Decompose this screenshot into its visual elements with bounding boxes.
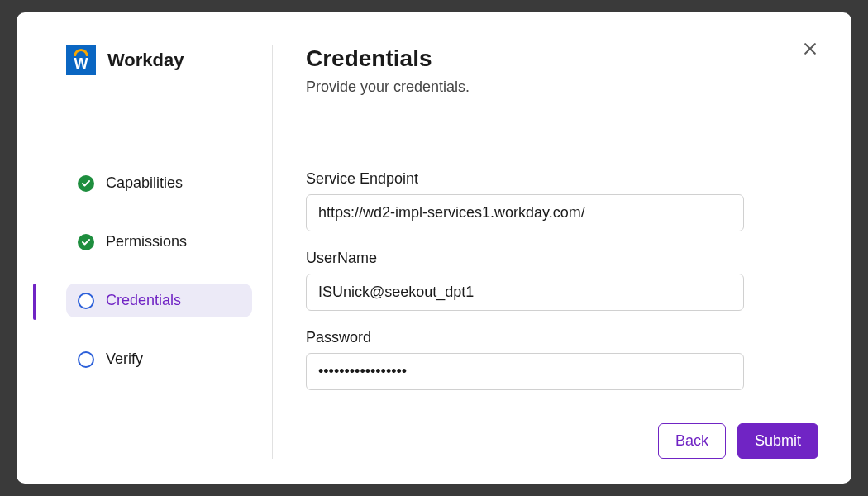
step-label: Capabilities	[106, 174, 183, 192]
username-input[interactable]	[306, 274, 744, 311]
password-label: Password	[306, 329, 818, 346]
password-group: Password	[306, 329, 818, 390]
modal-backdrop: W Workday Capabilities	[0, 0, 868, 496]
active-step-indicator	[33, 284, 36, 320]
check-circle-icon	[78, 175, 94, 192]
credentials-modal: W Workday Capabilities	[17, 12, 851, 484]
submit-button[interactable]: Submit	[737, 423, 818, 459]
service-endpoint-label: Service Endpoint	[306, 170, 818, 188]
page-title: Credentials	[306, 45, 818, 72]
brand-name: Workday	[107, 50, 184, 71]
check-circle-icon	[78, 234, 94, 250]
close-icon	[802, 41, 818, 57]
step-label: Verify	[106, 351, 143, 368]
service-endpoint-input[interactable]	[306, 194, 744, 231]
username-label: UserName	[306, 250, 818, 267]
step-permissions[interactable]: Permissions	[66, 225, 252, 259]
brand-header: W Workday	[66, 45, 252, 75]
back-button[interactable]: Back	[658, 423, 726, 459]
step-capabilities[interactable]: Capabilities	[66, 166, 252, 200]
close-button[interactable]	[802, 41, 818, 60]
workday-logo-icon: W	[66, 45, 96, 75]
wizard-steps: Capabilities Permissions Credentials	[58, 166, 252, 376]
modal-footer: Back Submit	[306, 423, 818, 459]
main-content: Credentials Provide your credentials. Se…	[273, 45, 818, 459]
step-verify[interactable]: Verify	[66, 342, 252, 376]
service-endpoint-group: Service Endpoint	[306, 170, 818, 231]
wizard-sidebar: W Workday Capabilities	[58, 45, 273, 459]
username-group: UserName	[306, 250, 818, 311]
page-subtitle: Provide your credentials.	[306, 79, 818, 96]
circle-icon	[78, 351, 94, 368]
password-input[interactable]	[306, 353, 744, 390]
step-label: Credentials	[106, 292, 181, 309]
step-label: Permissions	[106, 233, 187, 250]
circle-icon	[78, 293, 94, 309]
step-credentials[interactable]: Credentials	[66, 284, 252, 317]
